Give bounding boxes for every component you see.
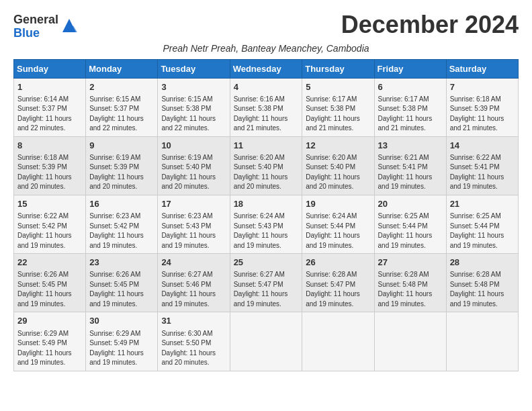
calendar-week-5: 29Sunrise: 6:29 AMSunset: 5:49 PMDayligh…	[14, 312, 519, 371]
logo-icon	[60, 16, 79, 35]
calendar-day-cell	[374, 312, 446, 371]
calendar-day-cell: 12Sunrise: 6:20 AMSunset: 5:40 PMDayligh…	[302, 136, 374, 195]
logo-general: General	[13, 13, 58, 26]
calendar-day-cell: 22Sunrise: 6:26 AMSunset: 5:45 PMDayligh…	[14, 254, 86, 312]
header-tuesday: Tuesday	[158, 59, 230, 78]
calendar-day-cell	[446, 312, 518, 371]
calendar-day-cell: 23Sunrise: 6:26 AMSunset: 5:45 PMDayligh…	[86, 254, 158, 312]
calendar-day-cell: 11Sunrise: 6:20 AMSunset: 5:40 PMDayligh…	[230, 136, 302, 195]
logo: General Blue	[13, 13, 79, 40]
logo-blue: Blue	[13, 26, 40, 40]
calendar-day-cell: 30Sunrise: 6:29 AMSunset: 5:49 PMDayligh…	[86, 312, 158, 371]
calendar-week-3: 15Sunrise: 6:22 AMSunset: 5:42 PMDayligh…	[14, 195, 519, 253]
calendar-day-cell: 14Sunrise: 6:22 AMSunset: 5:41 PMDayligh…	[446, 136, 518, 195]
calendar-day-cell	[230, 312, 302, 371]
header-saturday: Saturday	[446, 59, 518, 78]
header-friday: Friday	[374, 59, 446, 78]
calendar-day-cell: 26Sunrise: 6:28 AMSunset: 5:47 PMDayligh…	[302, 254, 374, 312]
calendar-day-cell: 6Sunrise: 6:17 AMSunset: 5:38 PMDaylight…	[374, 78, 446, 136]
calendar-table: Sunday Monday Tuesday Wednesday Thursday…	[13, 59, 519, 371]
calendar-day-cell: 10Sunrise: 6:19 AMSunset: 5:40 PMDayligh…	[158, 136, 230, 195]
calendar-day-cell: 19Sunrise: 6:24 AMSunset: 5:44 PMDayligh…	[302, 195, 374, 253]
calendar-day-cell: 4Sunrise: 6:16 AMSunset: 5:38 PMDaylight…	[230, 78, 302, 136]
calendar-day-cell: 3Sunrise: 6:15 AMSunset: 5:38 PMDaylight…	[158, 78, 230, 136]
calendar-subtitle: Preah Netr Preah, Banteay Meanchey, Camb…	[13, 43, 519, 54]
calendar-week-1: 1Sunrise: 6:14 AMSunset: 5:37 PMDaylight…	[14, 78, 519, 136]
calendar-day-cell: 31Sunrise: 6:30 AMSunset: 5:50 PMDayligh…	[158, 312, 230, 371]
calendar-day-cell: 28Sunrise: 6:28 AMSunset: 5:48 PMDayligh…	[446, 254, 518, 312]
calendar-day-cell: 13Sunrise: 6:21 AMSunset: 5:41 PMDayligh…	[374, 136, 446, 195]
calendar-week-2: 8Sunrise: 6:18 AMSunset: 5:39 PMDaylight…	[14, 136, 519, 195]
calendar-day-cell: 20Sunrise: 6:25 AMSunset: 5:44 PMDayligh…	[374, 195, 446, 253]
calendar-day-cell: 8Sunrise: 6:18 AMSunset: 5:39 PMDaylight…	[14, 136, 86, 195]
page-header: General Blue December 2024	[13, 11, 519, 40]
calendar-day-cell: 9Sunrise: 6:19 AMSunset: 5:39 PMDaylight…	[86, 136, 158, 195]
calendar-day-cell: 17Sunrise: 6:23 AMSunset: 5:43 PMDayligh…	[158, 195, 230, 253]
calendar-day-cell: 25Sunrise: 6:27 AMSunset: 5:47 PMDayligh…	[230, 254, 302, 312]
calendar-week-4: 22Sunrise: 6:26 AMSunset: 5:45 PMDayligh…	[14, 254, 519, 312]
header-wednesday: Wednesday	[230, 59, 302, 78]
calendar-day-cell: 16Sunrise: 6:23 AMSunset: 5:42 PMDayligh…	[86, 195, 158, 253]
calendar-day-cell: 21Sunrise: 6:25 AMSunset: 5:44 PMDayligh…	[446, 195, 518, 253]
calendar-day-cell: 1Sunrise: 6:14 AMSunset: 5:37 PMDaylight…	[14, 78, 86, 136]
calendar-day-cell: 29Sunrise: 6:29 AMSunset: 5:49 PMDayligh…	[14, 312, 86, 371]
header-thursday: Thursday	[302, 59, 374, 78]
month-title: December 2024	[341, 11, 519, 39]
header-monday: Monday	[86, 59, 158, 78]
header-sunday: Sunday	[14, 59, 86, 78]
calendar-header-row: Sunday Monday Tuesday Wednesday Thursday…	[14, 59, 519, 78]
calendar-day-cell: 5Sunrise: 6:17 AMSunset: 5:38 PMDaylight…	[302, 78, 374, 136]
calendar-day-cell: 7Sunrise: 6:18 AMSunset: 5:39 PMDaylight…	[446, 78, 518, 136]
calendar-day-cell: 18Sunrise: 6:24 AMSunset: 5:43 PMDayligh…	[230, 195, 302, 253]
calendar-day-cell: 2Sunrise: 6:15 AMSunset: 5:37 PMDaylight…	[86, 78, 158, 136]
calendar-day-cell	[302, 312, 374, 371]
calendar-day-cell: 24Sunrise: 6:27 AMSunset: 5:46 PMDayligh…	[158, 254, 230, 312]
calendar-day-cell: 27Sunrise: 6:28 AMSunset: 5:48 PMDayligh…	[374, 254, 446, 312]
calendar-day-cell: 15Sunrise: 6:22 AMSunset: 5:42 PMDayligh…	[14, 195, 86, 253]
